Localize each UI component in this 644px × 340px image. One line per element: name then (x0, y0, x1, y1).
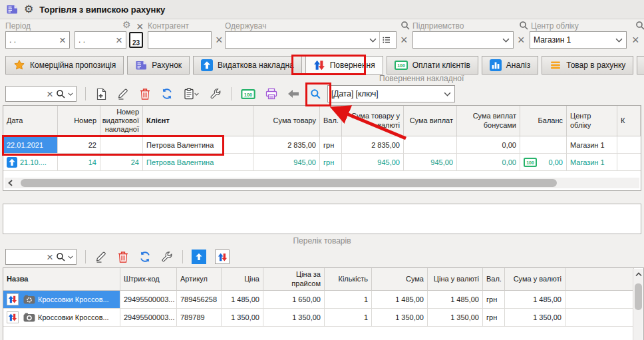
cell-balance[interactable]: 100 0,00 (520, 154, 567, 171)
center-clear-icon[interactable]: × (632, 34, 639, 46)
search-input[interactable]: × (5, 86, 77, 102)
oderzhuvach-clear-icon[interactable]: × (401, 34, 408, 46)
kontragent-clear-icon[interactable]: × (216, 34, 223, 46)
col-price-currency[interactable]: Ціна у валюті (428, 268, 483, 291)
payments-button[interactable]: 100 (240, 87, 256, 100)
cell-currency[interactable]: грн (320, 136, 342, 154)
products-search-input[interactable]: × (5, 249, 77, 265)
cell-vyd-number[interactable]: 24 (100, 154, 143, 171)
cell-price-list[interactable]: 1 350,00 (263, 309, 325, 327)
cell-sum-currency[interactable]: 945,00 (342, 154, 404, 171)
cell-number[interactable]: 14 (58, 154, 100, 171)
col-payments[interactable]: Сума виплат (404, 106, 457, 136)
back-button[interactable] (287, 87, 300, 100)
cell-sum-currency[interactable]: 2 835,00 (342, 136, 404, 154)
col-center[interactable]: Центр обліку (567, 106, 617, 136)
cell-article[interactable]: 789456258 (177, 291, 222, 309)
col-vyd-number[interactable]: Номер видаткової накладної (100, 106, 143, 136)
print-button[interactable] (265, 87, 278, 100)
notes-panel[interactable] (3, 204, 641, 234)
col-price-list[interactable]: Ціна за прайсом (263, 268, 325, 291)
cell-payments[interactable]: 945,00 (404, 154, 457, 171)
cell-price-currency[interactable]: 1 350,00 (428, 309, 483, 327)
cell-qty[interactable]: 1 (325, 291, 372, 309)
tab-tovar-v-rakhunku[interactable]: Товар в рахунку (542, 56, 633, 75)
period-from-input[interactable]: . . × (5, 31, 70, 49)
search-clear-icon[interactable]: × (47, 252, 53, 263)
product-row-2[interactable]: Кроссовки Кроссов... 29495500003... 7897… (3, 309, 634, 327)
cell-price[interactable]: 1 350,00 (222, 309, 263, 327)
scroll-up-icon[interactable] (633, 269, 643, 279)
search-icon[interactable] (56, 89, 65, 98)
cell-name[interactable]: Кроссовки Кроссов... (3, 291, 120, 309)
cell-qty[interactable]: 1 (325, 309, 372, 327)
col-extra[interactable]: К (617, 106, 641, 136)
delete-button[interactable] (116, 250, 130, 263)
period-to-clear-icon[interactable]: × (116, 35, 122, 46)
cell-client[interactable]: Петрова Валентина (143, 154, 253, 171)
scrollbar-thumb[interactable] (21, 179, 557, 187)
center-search-icon[interactable] (519, 21, 528, 30)
product-row-1[interactable]: Кроссовки Кроссов... 29495500003... 7894… (3, 291, 634, 309)
tab-komertsiina-propozytsiia[interactable]: Комерційна пропозиція (5, 56, 124, 75)
cell-bonus[interactable]: 0,00 (457, 154, 520, 171)
new-document-button[interactable] (94, 87, 108, 100)
pidpryemstvo-clear-icon[interactable]: × (518, 34, 525, 46)
col-name[interactable]: Назва (3, 268, 120, 291)
cell-price[interactable]: 1 485,00 (222, 291, 263, 309)
search-icon[interactable] (56, 252, 65, 261)
cell-center[interactable]: Магазин 1 (567, 136, 617, 154)
cell-number[interactable]: 22 (58, 136, 100, 154)
chevron-down-icon[interactable] (68, 92, 73, 96)
col-currency[interactable]: Вал. (483, 268, 505, 291)
report-menu-button[interactable] (182, 87, 200, 100)
settings-gear-icon[interactable]: ⚙ (24, 4, 33, 15)
cell-barcode[interactable]: 29495500003... (120, 291, 177, 309)
tab-rezerv[interactable]: Резерв (637, 56, 644, 75)
cell-sum-currency[interactable]: 1 485,00 (505, 291, 565, 309)
cell-currency[interactable]: грн (483, 291, 505, 309)
calendar-icon[interactable]: 23 (129, 32, 143, 48)
chevron-down-icon[interactable] (68, 255, 73, 259)
col-sum[interactable]: Сума (372, 268, 428, 291)
cell-article[interactable]: 789789 (177, 309, 222, 327)
oderzhuvach-combo[interactable] (225, 31, 397, 49)
edit-button[interactable] (94, 250, 108, 263)
cell-bonus[interactable]: 0,00 (457, 136, 520, 154)
period-gear-icon[interactable]: ⚙ (122, 20, 131, 29)
cell-sum-currency[interactable]: 1 350,00 (505, 309, 565, 327)
tab-vydatkova-nakladna[interactable]: Видаткова накладна (193, 56, 302, 75)
cell-currency[interactable]: грн (320, 154, 342, 171)
col-balance[interactable]: Баланс (520, 106, 567, 136)
cell-currency[interactable]: грн (483, 309, 505, 327)
cell-sum[interactable]: 2 835,00 (253, 136, 320, 154)
cell-vyd-number[interactable] (100, 136, 143, 154)
sort-combo[interactable]: [Дата] [ключ] (327, 85, 455, 102)
cell-date[interactable]: 21.10.... (3, 154, 58, 171)
delete-button[interactable] (138, 87, 152, 100)
horizontal-scrollbar[interactable] (5, 178, 639, 188)
cell-date[interactable]: 22.01.2021 (3, 136, 58, 154)
col-price[interactable]: Ціна (222, 268, 263, 291)
extra-search-icon[interactable] (635, 21, 644, 30)
cell-price-currency[interactable]: 1 485,00 (428, 291, 483, 309)
kontragent-input[interactable] (148, 31, 212, 49)
center-combo[interactable]: Магазин 1 (530, 31, 627, 49)
cell-sum[interactable]: 1 350,00 (372, 309, 428, 327)
cell-barcode[interactable]: 29495500003... (120, 309, 177, 327)
cell-name[interactable]: Кроссовки Кроссов... (3, 309, 120, 327)
tab-rakhunok[interactable]: Рахунок (127, 56, 190, 75)
tab-povernennia[interactable]: Повернення (305, 56, 383, 75)
returns-row-1[interactable]: 22.01.2021 22 Петрова Валентина 2 835,00… (3, 136, 641, 154)
col-barcode[interactable]: Штрих-код (120, 268, 177, 291)
col-currency[interactable]: Вал. (320, 106, 342, 136)
period-to-input[interactable]: . . × (75, 31, 126, 49)
col-number[interactable]: Номер (58, 106, 100, 136)
cell-client[interactable]: Петрова Валентина (143, 136, 253, 154)
col-qty[interactable]: Кількість (325, 268, 372, 291)
col-article[interactable]: Артикул (177, 268, 222, 291)
scroll-left-icon[interactable] (5, 178, 15, 188)
edit-button[interactable] (116, 87, 130, 100)
refresh-button[interactable] (138, 250, 152, 263)
scrollbar-thumb[interactable] (635, 283, 642, 310)
